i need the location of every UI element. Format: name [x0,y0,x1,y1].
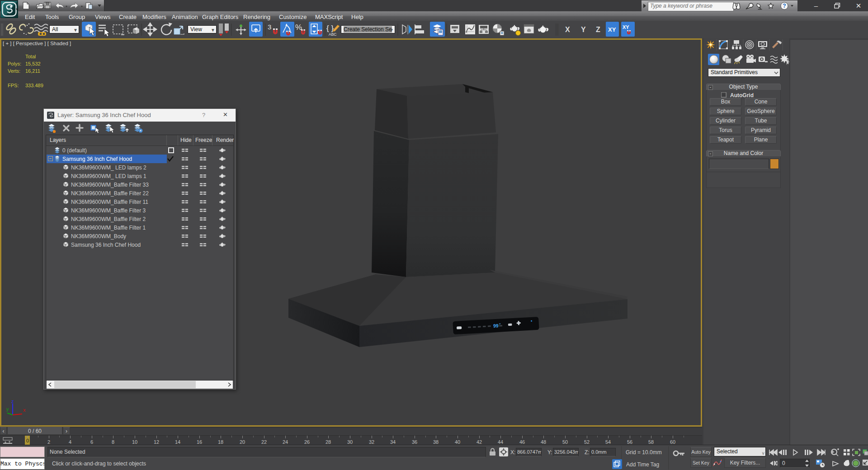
svg-text:NK36M9600WM_ LED lamps 2: NK36M9600WM_ LED lamps 2 [71,164,146,171]
svg-text:NK36M9600WM_Baffle Filter 22: NK36M9600WM_Baffle Filter 22 [71,190,149,197]
svg-text:NK36M9600WM_Baffle Filter 11: NK36M9600WM_Baffle Filter 11 [71,199,148,205]
svg-text:Samsung 36 Inch Chef Hood: Samsung 36 Inch Chef Hood [62,156,132,162]
svg-text:0 (default): 0 (default) [62,147,87,154]
svg-text:Samsung 36 Inch Chef Hood: Samsung 36 Inch Chef Hood [71,242,141,248]
svg-text:NK36M9600WM_Baffle Filter 1: NK36M9600WM_Baffle Filter 1 [71,225,146,231]
svg-text:NK36M9600WM_Baffle Filter 3: NK36M9600WM_Baffle Filter 3 [71,207,146,214]
svg-text:99: 99 [493,323,499,329]
svg-text:?: ? [783,3,786,9]
svg-text:NK36M9600WM_ LED lamps 1: NK36M9600WM_ LED lamps 1 [71,173,146,179]
svg-text:y: y [6,406,9,412]
svg-text:x: x [23,407,26,413]
svg-text:ABC: ABC [329,32,336,37]
svg-text:XY: XY [623,24,629,30]
svg-text:3: 3 [268,23,271,31]
svg-text:NK36M9600WM_Baffle Filter 33: NK36M9600WM_Baffle Filter 33 [71,182,149,188]
svg-text:%: % [295,23,302,32]
svg-text:NK36M9600WM_Baffle Filter 2: NK36M9600WM_Baffle Filter 2 [71,216,146,222]
svg-text:NK36M9600WM_Body: NK36M9600WM_Body [71,233,126,240]
svg-text:XY: XY [608,26,616,33]
svg-text:z: z [11,399,14,404]
